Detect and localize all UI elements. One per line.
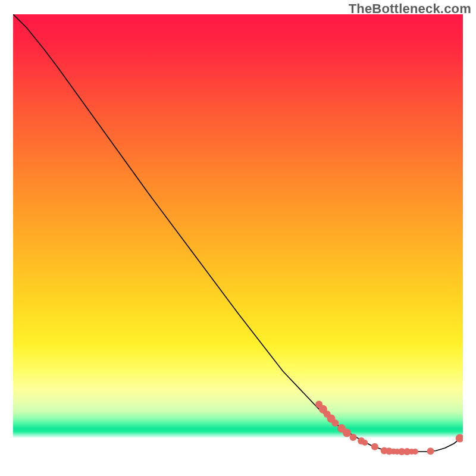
curve-layer [13, 14, 463, 461]
data-marker [343, 429, 351, 437]
data-marker [362, 440, 368, 446]
data-marker [350, 434, 357, 441]
data-marker [371, 443, 378, 450]
watermark-text: TheBottleneck.com [349, 1, 471, 17]
curve-line [13, 14, 463, 452]
data-marker [412, 449, 418, 455]
data-marker [331, 419, 339, 427]
chart-root: TheBottleneck.com [0, 0, 476, 476]
data-marker [427, 447, 434, 455]
markers-group [315, 401, 463, 456]
plot-area [13, 14, 463, 461]
